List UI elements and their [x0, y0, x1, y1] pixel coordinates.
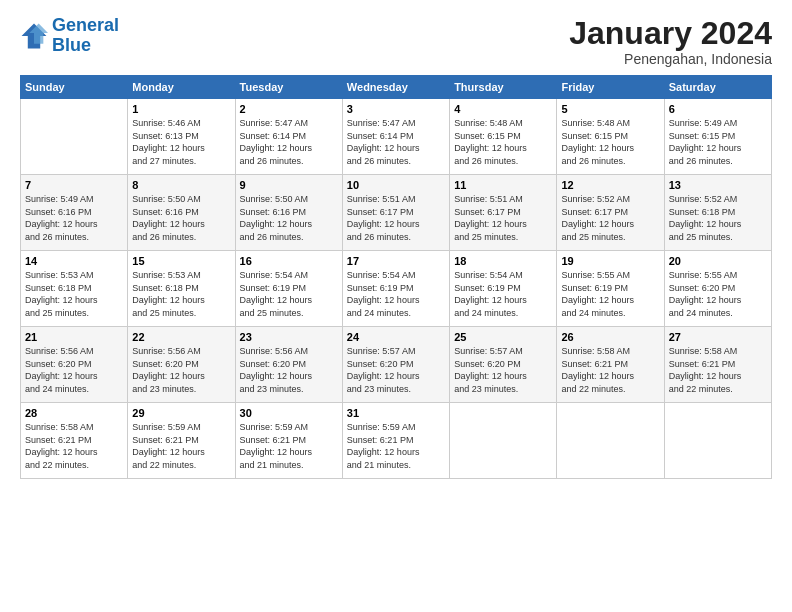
day-number: 29: [132, 407, 230, 419]
day-cell: 13Sunrise: 5:52 AMSunset: 6:18 PMDayligh…: [664, 175, 771, 251]
week-row-1: 1Sunrise: 5:46 AMSunset: 6:13 PMDaylight…: [21, 99, 772, 175]
day-info: Sunrise: 5:56 AMSunset: 6:20 PMDaylight:…: [132, 345, 230, 395]
day-cell: 7Sunrise: 5:49 AMSunset: 6:16 PMDaylight…: [21, 175, 128, 251]
day-cell: 31Sunrise: 5:59 AMSunset: 6:21 PMDayligh…: [342, 403, 449, 479]
logo: General Blue: [20, 16, 119, 56]
day-info: Sunrise: 5:51 AMSunset: 6:17 PMDaylight:…: [454, 193, 552, 243]
day-info: Sunrise: 5:49 AMSunset: 6:15 PMDaylight:…: [669, 117, 767, 167]
day-number: 4: [454, 103, 552, 115]
day-cell: 17Sunrise: 5:54 AMSunset: 6:19 PMDayligh…: [342, 251, 449, 327]
calendar-table: Sunday Monday Tuesday Wednesday Thursday…: [20, 75, 772, 479]
day-info: Sunrise: 5:57 AMSunset: 6:20 PMDaylight:…: [347, 345, 445, 395]
day-number: 1: [132, 103, 230, 115]
day-number: 3: [347, 103, 445, 115]
day-cell: 23Sunrise: 5:56 AMSunset: 6:20 PMDayligh…: [235, 327, 342, 403]
header-row: Sunday Monday Tuesday Wednesday Thursday…: [21, 76, 772, 99]
day-cell: 14Sunrise: 5:53 AMSunset: 6:18 PMDayligh…: [21, 251, 128, 327]
day-cell: [557, 403, 664, 479]
day-number: 30: [240, 407, 338, 419]
day-number: 22: [132, 331, 230, 343]
day-info: Sunrise: 5:55 AMSunset: 6:20 PMDaylight:…: [669, 269, 767, 319]
week-row-3: 14Sunrise: 5:53 AMSunset: 6:18 PMDayligh…: [21, 251, 772, 327]
day-cell: [450, 403, 557, 479]
day-cell: 2Sunrise: 5:47 AMSunset: 6:14 PMDaylight…: [235, 99, 342, 175]
day-info: Sunrise: 5:56 AMSunset: 6:20 PMDaylight:…: [240, 345, 338, 395]
day-number: 16: [240, 255, 338, 267]
col-saturday: Saturday: [664, 76, 771, 99]
day-info: Sunrise: 5:58 AMSunset: 6:21 PMDaylight:…: [669, 345, 767, 395]
day-number: 6: [669, 103, 767, 115]
day-number: 8: [132, 179, 230, 191]
location: Penengahan, Indonesia: [569, 51, 772, 67]
day-number: 17: [347, 255, 445, 267]
day-number: 18: [454, 255, 552, 267]
day-number: 19: [561, 255, 659, 267]
week-row-5: 28Sunrise: 5:58 AMSunset: 6:21 PMDayligh…: [21, 403, 772, 479]
day-cell: 1Sunrise: 5:46 AMSunset: 6:13 PMDaylight…: [128, 99, 235, 175]
calendar-body: 1Sunrise: 5:46 AMSunset: 6:13 PMDaylight…: [21, 99, 772, 479]
day-number: 26: [561, 331, 659, 343]
day-number: 10: [347, 179, 445, 191]
day-cell: 21Sunrise: 5:56 AMSunset: 6:20 PMDayligh…: [21, 327, 128, 403]
day-number: 7: [25, 179, 123, 191]
day-info: Sunrise: 5:51 AMSunset: 6:17 PMDaylight:…: [347, 193, 445, 243]
day-info: Sunrise: 5:50 AMSunset: 6:16 PMDaylight:…: [240, 193, 338, 243]
day-cell: 30Sunrise: 5:59 AMSunset: 6:21 PMDayligh…: [235, 403, 342, 479]
day-info: Sunrise: 5:53 AMSunset: 6:18 PMDaylight:…: [25, 269, 123, 319]
page: General Blue January 2024 Penengahan, In…: [0, 0, 792, 612]
day-cell: 20Sunrise: 5:55 AMSunset: 6:20 PMDayligh…: [664, 251, 771, 327]
logo-line1: General: [52, 15, 119, 35]
header: General Blue January 2024 Penengahan, In…: [20, 16, 772, 67]
day-info: Sunrise: 5:59 AMSunset: 6:21 PMDaylight:…: [132, 421, 230, 471]
day-info: Sunrise: 5:50 AMSunset: 6:16 PMDaylight:…: [132, 193, 230, 243]
day-cell: 18Sunrise: 5:54 AMSunset: 6:19 PMDayligh…: [450, 251, 557, 327]
day-cell: 4Sunrise: 5:48 AMSunset: 6:15 PMDaylight…: [450, 99, 557, 175]
day-number: 27: [669, 331, 767, 343]
day-cell: 25Sunrise: 5:57 AMSunset: 6:20 PMDayligh…: [450, 327, 557, 403]
day-info: Sunrise: 5:52 AMSunset: 6:18 PMDaylight:…: [669, 193, 767, 243]
day-cell: 19Sunrise: 5:55 AMSunset: 6:19 PMDayligh…: [557, 251, 664, 327]
day-info: Sunrise: 5:48 AMSunset: 6:15 PMDaylight:…: [561, 117, 659, 167]
day-number: 5: [561, 103, 659, 115]
day-cell: 16Sunrise: 5:54 AMSunset: 6:19 PMDayligh…: [235, 251, 342, 327]
title-block: January 2024 Penengahan, Indonesia: [569, 16, 772, 67]
day-number: 24: [347, 331, 445, 343]
day-cell: 9Sunrise: 5:50 AMSunset: 6:16 PMDaylight…: [235, 175, 342, 251]
day-info: Sunrise: 5:59 AMSunset: 6:21 PMDaylight:…: [347, 421, 445, 471]
day-cell: 5Sunrise: 5:48 AMSunset: 6:15 PMDaylight…: [557, 99, 664, 175]
day-cell: 8Sunrise: 5:50 AMSunset: 6:16 PMDaylight…: [128, 175, 235, 251]
day-info: Sunrise: 5:54 AMSunset: 6:19 PMDaylight:…: [347, 269, 445, 319]
col-friday: Friday: [557, 76, 664, 99]
day-number: 15: [132, 255, 230, 267]
day-cell: 10Sunrise: 5:51 AMSunset: 6:17 PMDayligh…: [342, 175, 449, 251]
day-info: Sunrise: 5:58 AMSunset: 6:21 PMDaylight:…: [561, 345, 659, 395]
day-cell: 28Sunrise: 5:58 AMSunset: 6:21 PMDayligh…: [21, 403, 128, 479]
col-wednesday: Wednesday: [342, 76, 449, 99]
day-info: Sunrise: 5:56 AMSunset: 6:20 PMDaylight:…: [25, 345, 123, 395]
day-info: Sunrise: 5:58 AMSunset: 6:21 PMDaylight:…: [25, 421, 123, 471]
col-tuesday: Tuesday: [235, 76, 342, 99]
day-number: 9: [240, 179, 338, 191]
month-title: January 2024: [569, 16, 772, 51]
day-info: Sunrise: 5:52 AMSunset: 6:17 PMDaylight:…: [561, 193, 659, 243]
day-info: Sunrise: 5:54 AMSunset: 6:19 PMDaylight:…: [240, 269, 338, 319]
day-cell: [664, 403, 771, 479]
day-cell: 24Sunrise: 5:57 AMSunset: 6:20 PMDayligh…: [342, 327, 449, 403]
col-thursday: Thursday: [450, 76, 557, 99]
day-info: Sunrise: 5:59 AMSunset: 6:21 PMDaylight:…: [240, 421, 338, 471]
day-number: 20: [669, 255, 767, 267]
day-cell: [21, 99, 128, 175]
day-number: 25: [454, 331, 552, 343]
day-number: 11: [454, 179, 552, 191]
day-info: Sunrise: 5:49 AMSunset: 6:16 PMDaylight:…: [25, 193, 123, 243]
day-cell: 6Sunrise: 5:49 AMSunset: 6:15 PMDaylight…: [664, 99, 771, 175]
day-cell: 26Sunrise: 5:58 AMSunset: 6:21 PMDayligh…: [557, 327, 664, 403]
day-info: Sunrise: 5:47 AMSunset: 6:14 PMDaylight:…: [240, 117, 338, 167]
day-number: 23: [240, 331, 338, 343]
day-info: Sunrise: 5:53 AMSunset: 6:18 PMDaylight:…: [132, 269, 230, 319]
day-number: 14: [25, 255, 123, 267]
day-number: 31: [347, 407, 445, 419]
day-number: 28: [25, 407, 123, 419]
day-info: Sunrise: 5:47 AMSunset: 6:14 PMDaylight:…: [347, 117, 445, 167]
day-info: Sunrise: 5:46 AMSunset: 6:13 PMDaylight:…: [132, 117, 230, 167]
